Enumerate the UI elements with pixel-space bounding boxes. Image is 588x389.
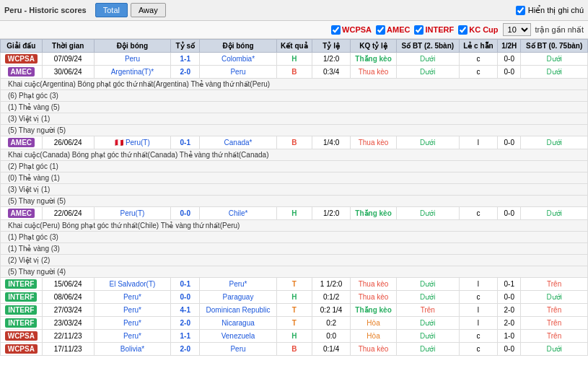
cell-score[interactable]: 2-0 xyxy=(171,317,200,330)
cell-kq: Thua kèo xyxy=(351,278,397,291)
col-header-sobt2: Số BT (0. 75bàn) xyxy=(521,40,588,53)
col-header-date: Thời gian xyxy=(42,40,94,53)
cell-team1: El Salvador(T) xyxy=(94,278,170,291)
detail-row: (0) Thẻ vàng (1) xyxy=(1,172,588,184)
cell-half: 0-0 xyxy=(498,291,521,304)
cell-score[interactable]: 0-0 xyxy=(171,207,200,220)
cell-result: H xyxy=(276,291,312,304)
col-header-lec: Lẻ c hẵn xyxy=(459,40,498,53)
cell-half: 0-1 xyxy=(498,278,521,291)
detail-row: Khai cuộc(Peru) Bóng phạt góc thứ nhất(C… xyxy=(1,220,588,232)
table-row: INTERF 08/06/24 Peru* 0-0 Paraguay H 0:1… xyxy=(1,291,588,304)
cell-sobt: Dưới xyxy=(396,343,459,356)
cell-kq: Thắng kèo xyxy=(351,53,397,66)
filter-wcpsa: WCPSA xyxy=(331,25,372,35)
cell-score[interactable]: 0-1 xyxy=(171,136,200,149)
filter-row: WCPSA AMEC INTERF KC Cup 10 20 30 trận g… xyxy=(0,21,588,39)
detail-row: (2) Việt vị (2) xyxy=(1,255,588,266)
interf-label: INTERF xyxy=(425,25,454,34)
recent-label: trận gần nhất xyxy=(535,25,584,35)
tab-total[interactable]: Total xyxy=(95,3,128,17)
cell-kq: Thắng kèo xyxy=(351,207,397,220)
cell-score[interactable]: 1-1 xyxy=(171,53,200,66)
cell-lec: c xyxy=(459,330,498,343)
kccup-checkbox[interactable] xyxy=(458,25,468,35)
league-badge: INTERF xyxy=(5,305,37,315)
table-row: INTERF 27/03/24 Peru* 4-1 Dominican Repu… xyxy=(1,304,588,317)
col-header-league: Giải đấu xyxy=(1,40,43,53)
cell-result: T xyxy=(276,317,312,330)
cell-date: 23/03/24 xyxy=(42,317,94,330)
cell-result: B xyxy=(276,343,312,356)
cell-sobt2: Trên xyxy=(521,330,588,343)
cell-sobt2: Dưới xyxy=(521,66,588,79)
cell-kq: Hòa xyxy=(351,330,397,343)
cell-sobt: Dưới xyxy=(396,317,459,330)
table-row: INTERF 23/03/24 Peru* 2-0 Nicaragua T 0:… xyxy=(1,317,588,330)
cell-sobt2: Dưới xyxy=(521,291,588,304)
show-notes-checkbox[interactable] xyxy=(516,6,525,15)
wcpsa-checkbox[interactable] xyxy=(331,25,341,35)
cell-result: T xyxy=(276,304,312,317)
cell-team1: 🇵🇪 Peru(T) xyxy=(94,136,170,149)
cell-odds: 1/2:0 xyxy=(312,53,351,66)
cell-half: 0-0 xyxy=(498,136,521,149)
cell-odds: 1/2:0 xyxy=(312,207,351,220)
cell-sobt2: Trên xyxy=(521,278,588,291)
filter-kccup: KC Cup xyxy=(458,25,498,35)
cell-team1: Bolivia* xyxy=(94,343,170,356)
table-row: AMEC 26/06/24 🇵🇪 Peru(T) 0-1 Canada* B 1… xyxy=(1,136,588,149)
detail-cell: (1) Phạt góc (3) xyxy=(1,232,588,243)
detail-cell: (5) Thay người (5) xyxy=(1,196,588,207)
cell-score[interactable]: 0-1 xyxy=(171,278,200,291)
cell-league: INTERF xyxy=(1,304,43,317)
cell-score[interactable]: 4-1 xyxy=(171,304,200,317)
cell-odds: 0:0 xyxy=(312,330,351,343)
cell-team2: Dominican Republic xyxy=(200,304,276,317)
detail-row: (5) Thay người (4) xyxy=(1,266,588,278)
detail-cell: Khai cuộc(Canada) Bóng phạt góc thứ nhất… xyxy=(1,149,588,161)
detail-row: (5) Thay người (5) xyxy=(1,125,588,136)
filter-interf: INTERF xyxy=(414,25,454,35)
league-badge: WCPSA xyxy=(5,344,38,354)
detail-cell: (2) Phạt góc (1) xyxy=(1,161,588,172)
cell-team1: Peru(T) xyxy=(94,207,170,220)
detail-cell: (2) Việt vị (2) xyxy=(1,255,588,266)
cell-team1: Peru xyxy=(94,53,170,66)
amec-checkbox[interactable] xyxy=(376,25,385,35)
cell-sobt: Dưới xyxy=(396,207,459,220)
cell-score[interactable]: 2-0 xyxy=(171,343,200,356)
header: Peru - Historic scores Total Away Hiển t… xyxy=(0,0,588,21)
detail-row: (5) Thay người (5) xyxy=(1,196,588,207)
cell-team2: Peru xyxy=(200,66,276,79)
cell-kq: Hòa xyxy=(351,317,397,330)
cell-sobt: Dưới xyxy=(396,291,459,304)
cell-score[interactable]: 2-0 xyxy=(171,66,200,79)
table-row: AMEC 30/06/24 Argentina(T)* 2-0 Peru B 0… xyxy=(1,66,588,79)
cell-team2: Chile* xyxy=(200,207,276,220)
detail-cell: (5) Thay người (5) xyxy=(1,125,588,136)
cell-score[interactable]: 1-1 xyxy=(171,330,200,343)
interf-checkbox[interactable] xyxy=(414,25,424,35)
col-header-team1: Đội bóng xyxy=(94,40,170,53)
cell-date: 07/09/24 xyxy=(42,53,94,66)
detail-row: Khai cuộc(Canada) Bóng phạt góc thứ nhất… xyxy=(1,149,588,161)
cell-date: 26/06/24 xyxy=(42,136,94,149)
col-header-odds: Tỷ lệ xyxy=(312,40,351,53)
cell-half: 0-0 xyxy=(498,53,521,66)
cell-date: 17/11/23 xyxy=(42,343,94,356)
recent-select[interactable]: 10 20 30 xyxy=(503,23,531,36)
cell-date: 22/11/23 xyxy=(42,330,94,343)
wcpsa-label: WCPSA xyxy=(342,25,372,34)
cell-league: INTERF xyxy=(1,278,43,291)
cell-league: AMEC xyxy=(1,66,43,79)
cell-team1: Peru* xyxy=(94,317,170,330)
table-row: WCPSA 22/11/23 Peru* 1-1 Venezuela H 0:0… xyxy=(1,330,588,343)
display-toggle: Hiển thị ghi chú xyxy=(516,6,584,15)
detail-cell: (1) Thẻ vàng (5) xyxy=(1,102,588,113)
cell-league: WCPSA xyxy=(1,330,43,343)
tab-away[interactable]: Away xyxy=(131,3,166,17)
cell-score[interactable]: 0-0 xyxy=(171,291,200,304)
cell-odds: 0:1/4 xyxy=(312,343,351,356)
cell-half: 0-0 xyxy=(498,343,521,356)
